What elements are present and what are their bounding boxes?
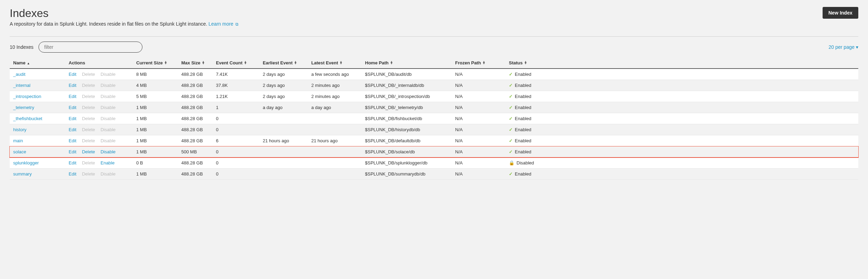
disable-action: Disable xyxy=(101,72,115,77)
check-icon: ✓ xyxy=(509,171,513,177)
status-label: Enabled xyxy=(515,171,531,177)
event-count-cell: 0 xyxy=(212,124,259,135)
status-label: Enabled xyxy=(515,105,531,110)
event-count-cell: 0 xyxy=(212,158,259,169)
max-size-cell: 488.28 GB xyxy=(178,135,212,146)
edit-action[interactable]: Edit xyxy=(69,94,76,99)
enable-action[interactable]: Enable xyxy=(101,160,114,165)
earliest-event-cell: 2 days ago xyxy=(259,91,308,102)
edit-action[interactable]: Edit xyxy=(69,149,76,154)
delete-action: Delete xyxy=(82,83,95,88)
col-header-current-size[interactable]: Current Size xyxy=(133,57,178,69)
table-row: _telemetryEditDeleteDisable1 MB488.28 GB… xyxy=(10,102,858,113)
delete-action[interactable]: Delete xyxy=(82,149,95,154)
disable-action: Disable xyxy=(101,171,115,177)
index-name-link[interactable]: main xyxy=(13,138,23,143)
frozen-path-cell: N/A xyxy=(452,146,505,158)
index-name-link[interactable]: _telemetry xyxy=(13,105,34,110)
status-label: Enabled xyxy=(515,138,531,143)
col-header-status[interactable]: Status xyxy=(505,57,858,69)
index-name-link[interactable]: splunklogger xyxy=(13,160,39,165)
current-size-cell: 4 MB xyxy=(133,80,178,91)
edit-action[interactable]: Edit xyxy=(69,83,76,88)
col-header-max-size[interactable]: Max Size xyxy=(178,57,212,69)
disable-action: Disable xyxy=(101,94,115,99)
current-size-cell: 0 B xyxy=(133,158,178,169)
status-label: Enabled xyxy=(515,127,531,132)
col-header-latest[interactable]: Latest Event xyxy=(308,57,362,69)
lock-icon: 🔒 xyxy=(509,160,514,165)
status-label: Enabled xyxy=(515,72,531,77)
current-size-cell: 1 MB xyxy=(133,124,178,135)
col-header-home-path[interactable]: Home Path xyxy=(362,57,452,69)
event-count-cell: 6 xyxy=(212,135,259,146)
sort-icon xyxy=(390,61,393,65)
earliest-event-cell: a day ago xyxy=(259,102,308,113)
col-header-earliest[interactable]: Earliest Event xyxy=(259,57,308,69)
index-name-link[interactable]: _audit xyxy=(13,72,25,77)
col-header-event-count[interactable]: Event Count xyxy=(212,57,259,69)
home-path-cell: $SPLUNK_DB/_introspection/db xyxy=(362,91,452,102)
frozen-path-cell: N/A xyxy=(452,124,505,135)
event-count-cell: 0 xyxy=(212,113,259,124)
event-count-cell: 37.8K xyxy=(212,80,259,91)
filter-input[interactable] xyxy=(38,42,142,53)
home-path-cell: $SPLUNK_DB/summarydb/db xyxy=(362,169,452,180)
max-size-cell: 488.28 GB xyxy=(178,113,212,124)
new-index-button[interactable]: New Index xyxy=(823,7,858,19)
home-path-cell: $SPLUNK_DB/defaultdb/db xyxy=(362,135,452,146)
home-path-cell: $SPLUNK_DB/_internaldb/db xyxy=(362,80,452,91)
current-size-cell: 5 MB xyxy=(133,91,178,102)
event-count-cell: 0 xyxy=(212,169,259,180)
frozen-path-cell: N/A xyxy=(452,135,505,146)
check-icon: ✓ xyxy=(509,149,513,154)
edit-action[interactable]: Edit xyxy=(69,116,76,121)
table-row: historyEditDeleteDisable1 MB488.28 GB0$S… xyxy=(10,124,858,135)
index-name-link[interactable]: solace xyxy=(13,149,26,154)
earliest-event-cell: 2 days ago xyxy=(259,80,308,91)
latest-event-cell: a day ago xyxy=(308,102,362,113)
frozen-path-cell: N/A xyxy=(452,91,505,102)
col-header-frozen-path[interactable]: Frozen Path xyxy=(452,57,505,69)
current-size-cell: 8 MB xyxy=(133,69,178,80)
learn-more-text: Learn more xyxy=(209,21,234,27)
status-label: Enabled xyxy=(515,94,531,99)
edit-action[interactable]: Edit xyxy=(69,72,76,77)
index-name-link[interactable]: _internal xyxy=(13,83,31,88)
sort-asc-icon: ▲ xyxy=(27,62,30,65)
index-name-link[interactable]: history xyxy=(13,127,26,132)
col-header-name[interactable]: Name▲ xyxy=(10,57,65,69)
edit-action[interactable]: Edit xyxy=(69,171,76,177)
latest-event-cell: a few seconds ago xyxy=(308,69,362,80)
home-path-cell: $SPLUNK_DB/fishbucket/db xyxy=(362,113,452,124)
delete-action: Delete xyxy=(82,160,95,165)
per-page-dropdown[interactable]: 20 per page ▾ xyxy=(828,44,858,50)
index-name-link[interactable]: _introspection xyxy=(13,94,41,99)
latest-event-cell xyxy=(308,146,362,158)
edit-action[interactable]: Edit xyxy=(69,127,76,132)
learn-more-link[interactable]: Learn more ⧉ xyxy=(209,21,238,27)
edit-action[interactable]: Edit xyxy=(69,105,76,110)
event-count-cell: 1 xyxy=(212,102,259,113)
current-size-cell: 1 MB xyxy=(133,135,178,146)
sort-icon xyxy=(339,61,342,65)
max-size-cell: 488.28 GB xyxy=(178,158,212,169)
sort-icon xyxy=(294,61,297,65)
earliest-event-cell: 21 hours ago xyxy=(259,135,308,146)
edit-action[interactable]: Edit xyxy=(69,160,76,165)
check-icon: ✓ xyxy=(509,72,513,77)
index-name-link[interactable]: summary xyxy=(13,171,32,177)
page-description: A repository for data in Splunk Light. I… xyxy=(10,21,238,27)
max-size-cell: 488.28 GB xyxy=(178,80,212,91)
max-size-cell: 488.28 GB xyxy=(178,102,212,113)
event-count-cell: 1.21K xyxy=(212,91,259,102)
status-label: Enabled xyxy=(515,116,531,121)
index-name-link[interactable]: _thefishbucket xyxy=(13,116,42,121)
earliest-event-cell: 2 days ago xyxy=(259,69,308,80)
disable-action[interactable]: Disable xyxy=(101,149,115,154)
edit-action[interactable]: Edit xyxy=(69,138,76,143)
table-row: _thefishbucketEditDeleteDisable1 MB488.2… xyxy=(10,113,858,124)
sort-icon xyxy=(482,61,485,65)
latest-event-cell xyxy=(308,169,362,180)
earliest-event-cell xyxy=(259,169,308,180)
